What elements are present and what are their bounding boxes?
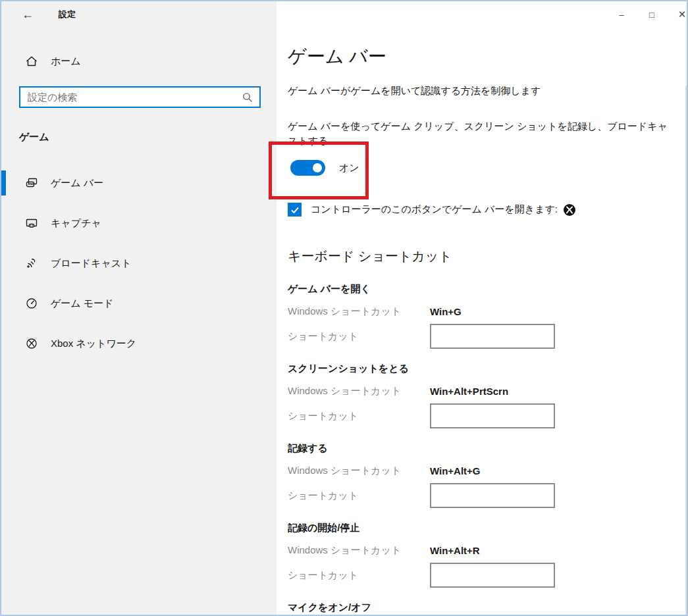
game-bar-page: ゲーム バー ゲーム バーがゲームを開いて認識する方法を制御します ゲーム バー… bbox=[277, 28, 688, 616]
windows-shortcut-value: Win+G bbox=[430, 306, 462, 317]
controller-checkbox[interactable] bbox=[288, 203, 302, 217]
windows-shortcut-label: Windows ショートカット bbox=[288, 305, 430, 318]
back-icon[interactable]: ← bbox=[22, 9, 34, 20]
sidebar-nav: ゲーム バー キャプチャ bbox=[1, 168, 277, 369]
game-bar-toggle[interactable] bbox=[290, 160, 325, 176]
home-icon bbox=[25, 55, 38, 68]
your-shortcut-label: ショートカット bbox=[288, 569, 430, 582]
shortcut-group-title: マイクをオン/オフ bbox=[288, 602, 676, 614]
sidebar-item-label: Xbox ネットワーク bbox=[51, 338, 136, 350]
page-subtitle: ゲーム バーがゲームを開いて認識する方法を制御します bbox=[288, 85, 676, 97]
content-pane: – □ ✕ ゲーム バー ゲーム バーがゲームを開いて認識する方法を制御します … bbox=[277, 1, 688, 615]
minimize-button[interactable]: – bbox=[606, 1, 637, 28]
shortcut-group-title: 記録の開始/停止 bbox=[288, 522, 676, 534]
custom-shortcut-input-start-stop-recording[interactable] bbox=[430, 563, 555, 588]
xbox-icon bbox=[25, 337, 38, 350]
sidebar: ← 設定 ホーム ゲーム bbox=[1, 1, 277, 615]
your-shortcut-label: ショートカット bbox=[288, 490, 430, 502]
controller-checkbox-row: コントローラーのこのボタンでゲーム バーを開きます: bbox=[288, 203, 676, 217]
maximize-button[interactable]: □ bbox=[637, 1, 667, 28]
shortcut-group-record: 記録する Windows ショートカット Win+Alt+G ショートカット bbox=[288, 442, 676, 508]
toggle-state-label: オン bbox=[339, 162, 359, 174]
xbox-button-icon bbox=[563, 203, 576, 217]
home-label: ホーム bbox=[51, 55, 81, 68]
custom-shortcut-row: ショートカット bbox=[288, 563, 676, 588]
custom-shortcut-input-open-game-bar[interactable] bbox=[430, 324, 555, 349]
sidebar-item-home[interactable]: ホーム bbox=[25, 55, 277, 68]
sidebar-item-xbox-network[interactable]: Xbox ネットワーク bbox=[1, 329, 277, 358]
windows-shortcut-label: Windows ショートカット bbox=[288, 544, 430, 557]
shortcut-group-title: ゲーム バーを開く bbox=[288, 283, 676, 295]
app-title: 設定 bbox=[59, 9, 76, 20]
windows-shortcut-label: Windows ショートカット bbox=[288, 465, 430, 477]
keyboard-shortcuts-heading: キーボード ショートカット bbox=[288, 247, 676, 265]
custom-shortcut-row: ショートカット bbox=[288, 483, 676, 508]
page-title: ゲーム バー bbox=[288, 44, 676, 69]
shortcut-group-open-game-bar: ゲーム バーを開く Windows ショートカット Win+G ショートカット bbox=[288, 283, 676, 349]
windows-shortcut-row: Windows ショートカット Win+Alt+PrtScrn bbox=[288, 385, 676, 398]
sidebar-item-label: ゲーム モード bbox=[51, 297, 114, 310]
sidebar-section-games: ゲーム bbox=[19, 131, 277, 143]
toggle-knob bbox=[313, 163, 322, 172]
sidebar-item-label: キャプチャ bbox=[51, 217, 101, 230]
selected-indicator bbox=[1, 170, 6, 195]
windows-shortcut-value: Win+Alt+G bbox=[430, 465, 481, 476]
search-input[interactable] bbox=[26, 91, 242, 103]
sidebar-item-game-bar[interactable]: ゲーム バー bbox=[1, 168, 277, 197]
windows-shortcut-row: Windows ショートカット Win+Alt+G bbox=[288, 465, 676, 477]
window-controls: – □ ✕ bbox=[277, 1, 688, 28]
shortcut-group-mic-on-off: マイクをオン/オフ bbox=[288, 602, 676, 614]
sidebar-item-capture[interactable]: キャプチャ bbox=[1, 209, 277, 238]
windows-shortcut-value: Win+Alt+R bbox=[430, 545, 480, 556]
custom-shortcut-row: ショートカット bbox=[288, 403, 676, 428]
scrollbar[interactable] bbox=[685, 86, 687, 615]
sidebar-item-broadcast[interactable]: ブロードキャスト bbox=[1, 249, 277, 278]
your-shortcut-label: ショートカット bbox=[288, 410, 430, 423]
gamebar-icon bbox=[25, 176, 38, 190]
shortcut-group-take-screenshot: スクリーンショットをとる Windows ショートカット Win+Alt+Prt… bbox=[288, 363, 676, 428]
close-button[interactable]: ✕ bbox=[667, 1, 688, 28]
game-bar-toggle-row: オン bbox=[290, 160, 359, 176]
windows-shortcut-label: Windows ショートカット bbox=[288, 385, 430, 398]
your-shortcut-label: ショートカット bbox=[288, 330, 430, 343]
custom-shortcut-input-take-screenshot[interactable] bbox=[430, 403, 555, 428]
sidebar-item-label: ブロードキャスト bbox=[51, 257, 131, 270]
settings-search-box[interactable] bbox=[19, 86, 261, 108]
shortcut-group-title: スクリーンショットをとる bbox=[288, 363, 676, 375]
windows-shortcut-value: Win+Alt+PrtScrn bbox=[430, 386, 508, 397]
search-icon[interactable] bbox=[242, 91, 253, 103]
broadcast-icon bbox=[25, 257, 38, 270]
sidebar-item-game-mode[interactable]: ゲーム モード bbox=[1, 289, 277, 318]
windows-shortcut-row: Windows ショートカット Win+G bbox=[288, 305, 676, 318]
game-bar-toggle-label: ゲーム バーを使ってゲーム クリップ、スクリーン ショットを記録し、ブロードキャ… bbox=[288, 119, 676, 148]
capture-icon bbox=[25, 217, 38, 230]
shortcut-group-start-stop-recording: 記録の開始/停止 Windows ショートカット Win+Alt+R ショートカ… bbox=[288, 522, 676, 588]
sidebar-titlebar: ← 設定 bbox=[1, 1, 277, 28]
custom-shortcut-input-record[interactable] bbox=[430, 483, 555, 508]
gamemode-icon bbox=[25, 297, 38, 310]
custom-shortcut-row: ショートカット bbox=[288, 324, 676, 349]
settings-window: ← 設定 ホーム ゲーム bbox=[0, 0, 688, 616]
controller-checkbox-label: コントローラーのこのボタンでゲーム バーを開きます: bbox=[311, 203, 558, 216]
windows-shortcut-row: Windows ショートカット Win+Alt+R bbox=[288, 544, 676, 557]
shortcut-group-title: 記録する bbox=[288, 442, 676, 455]
sidebar-item-label: ゲーム バー bbox=[51, 177, 103, 190]
